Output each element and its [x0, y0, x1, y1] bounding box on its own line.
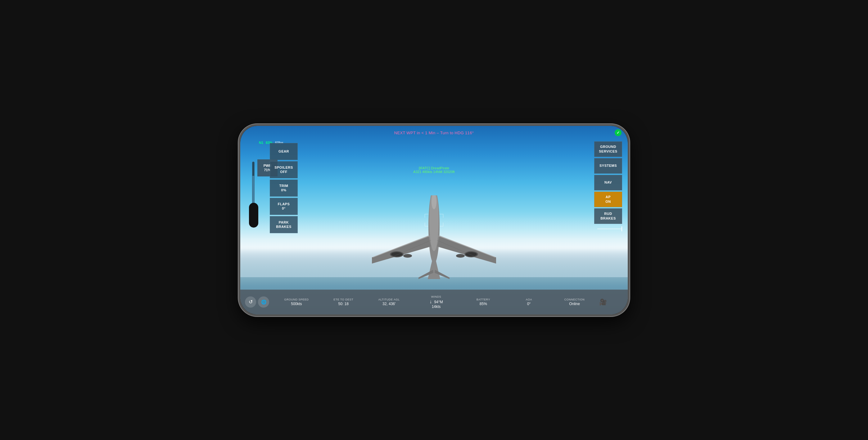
altitude-agl-value: 32, 436': [378, 302, 400, 306]
refresh-icon: ↺: [249, 299, 253, 305]
globe-button[interactable]: 🌐: [258, 297, 269, 308]
targeting-reticle: [425, 214, 443, 226]
ap-button[interactable]: AP ON: [594, 192, 622, 207]
reticle-br: [440, 223, 443, 226]
globe-icon: 🌐: [261, 300, 266, 304]
winds-direction: 94°M: [434, 300, 443, 304]
reticle-tr: [440, 214, 443, 218]
battery-stat: BATTERY 85%: [472, 298, 494, 306]
aoa-label: AOA: [518, 298, 540, 301]
status-icon: [615, 129, 621, 136]
phone-frame: NEXT WPT in < 1 Min – Turn to HDG 116° N…: [239, 124, 629, 316]
aircraft-svg: [356, 195, 512, 289]
trim-value: 0%: [281, 188, 286, 192]
connection-stat: CONNECTION Online: [564, 298, 586, 306]
svg-point-3: [391, 252, 402, 257]
stats-group: GROUND SPEED 500kts ETE TO DEST 50: 18 A…: [272, 295, 597, 309]
ground-services-button[interactable]: GROUND SERVICES: [594, 141, 622, 157]
rud-slider-thumb: [621, 226, 622, 231]
rud-brakes-label2: BRAKES: [600, 216, 616, 221]
ground-services-label2: SERVICES: [599, 149, 617, 154]
svg-point-5: [466, 252, 477, 257]
reticle-bl: [425, 223, 428, 226]
nav-label: NAV: [604, 180, 612, 184]
ete-dest-stat: ETE TO DEST 50: 18: [333, 298, 354, 306]
gear-button[interactable]: GEAR: [270, 143, 298, 160]
nav-message: NEXT WPT in < 1 Min – Turn to HDG 116°: [394, 131, 474, 135]
flaps-button[interactable]: FLAPS 0°: [270, 198, 298, 215]
ete-dest-label: ETE TO DEST: [333, 298, 354, 301]
left-panel: GEAR SPOILERS OFF TRIM 0% FLAPS 0° PARK …: [270, 143, 298, 233]
spoilers-value: OFF: [280, 170, 287, 174]
n1-label: N1: [259, 141, 263, 144]
battery-value: 85%: [472, 302, 494, 306]
battery-label: BATTERY: [472, 298, 494, 301]
winds-label: WINDS: [424, 295, 448, 298]
park-brakes-label: PARK: [279, 220, 289, 225]
rud-slider-track[interactable]: [597, 228, 622, 230]
connection-value: Online: [564, 302, 586, 306]
aircraft-area: [356, 195, 512, 290]
flaps-value: 0°: [282, 206, 286, 210]
atc-line2: A321 480kts 14NM 32020ft: [413, 170, 455, 174]
bottom-left-controls: ↺ 🌐: [245, 297, 269, 308]
camera-record-button[interactable]: 🎥: [597, 297, 609, 307]
svg-point-10: [456, 254, 465, 258]
winds-speed: 14kts: [432, 304, 441, 309]
atc-callout: [IFATC] DreadPirate A321 480kts 14NM 320…: [413, 166, 455, 174]
top-bar: NEXT WPT in < 1 Min – Turn to HDG 116°: [240, 126, 628, 140]
nav-button[interactable]: NAV: [594, 175, 622, 191]
park-brakes-button[interactable]: PARK BRAKES: [270, 216, 298, 233]
svg-point-9: [403, 254, 412, 258]
camera-icon: 🎥: [599, 298, 607, 306]
rud-slider-container[interactable]: [597, 228, 622, 230]
winds-arrow: ↓: [429, 299, 432, 304]
ground-services-label: GROUND: [600, 144, 616, 149]
trim-button[interactable]: TRIM 0%: [270, 179, 298, 197]
right-panel: GROUND SERVICES SYSTEMS NAV AP ON RUD BR…: [594, 141, 622, 224]
ground-speed-value: 500kts: [284, 302, 309, 306]
refresh-button[interactable]: ↺: [245, 297, 256, 308]
park-brakes-label2: BRAKES: [276, 225, 291, 229]
gear-label: GEAR: [278, 149, 289, 154]
bottom-bar: ↺ 🌐 GROUND SPEED 500kts ETE TO DEST 50: …: [240, 290, 628, 314]
altitude-agl-label: ALTITUDE AGL: [378, 298, 400, 301]
connection-label: CONNECTION: [564, 298, 586, 301]
rud-brakes-label: RUD: [604, 211, 612, 216]
ground-speed-stat: GROUND SPEED 500kts: [284, 298, 309, 306]
altitude-agl-stat: ALTITUDE AGL 32, 436': [378, 298, 400, 306]
rud-brakes-button[interactable]: RUD BRAKES: [594, 208, 622, 224]
flaps-label: FLAPS: [278, 202, 290, 206]
winds-stat: WINDS ↓ 94°M 14kts: [424, 295, 448, 309]
systems-button[interactable]: SYSTEMS: [594, 158, 622, 174]
ap-status: ON: [606, 199, 611, 204]
ete-dest-value: 50: 18: [333, 302, 354, 306]
winds-value: ↓ 94°M 14kts: [424, 299, 448, 309]
trim-label: TRIM: [279, 183, 288, 188]
aoa-value: 0°: [518, 302, 540, 306]
ground-speed-label: GROUND SPEED: [284, 298, 309, 301]
screen: NEXT WPT in < 1 Min – Turn to HDG 116° N…: [240, 126, 628, 314]
bottom-right-icons: 🎥: [597, 297, 622, 307]
atc-line1: [IFATC] DreadPirate: [413, 166, 455, 170]
reticle-tl: [425, 214, 428, 218]
camera-handle: [249, 203, 258, 228]
spoilers-label: SPOILERS: [274, 165, 293, 170]
ap-label: AP: [606, 195, 611, 199]
systems-label: SYSTEMS: [599, 163, 617, 168]
aoa-stat: AOA 0°: [518, 298, 540, 306]
spoilers-button[interactable]: SPOILERS OFF: [270, 161, 298, 178]
menu-button[interactable]: [611, 297, 622, 307]
